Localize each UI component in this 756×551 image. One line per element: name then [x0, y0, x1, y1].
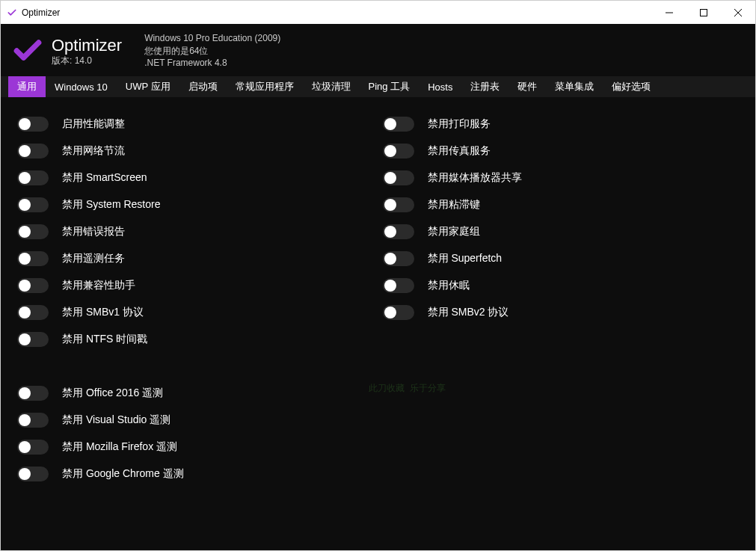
right-label-1: 禁用传真服务 — [428, 144, 491, 158]
left-row-1: 禁用网络节流 — [17, 138, 383, 164]
left-extra-toggle-3[interactable] — [17, 467, 49, 481]
left-extra-label-3: 禁用 Google Chrome 遥测 — [62, 467, 184, 481]
net-line: .NET Framework 4.8 — [144, 57, 280, 70]
right-row-0: 禁用打印服务 — [383, 111, 749, 138]
right-toggle-4[interactable] — [383, 224, 414, 239]
tab-9[interactable]: 硬件 — [508, 76, 546, 97]
right-toggle-7[interactable] — [383, 305, 414, 320]
left-label-2: 禁用 SmartScreen — [62, 171, 147, 185]
left-row-2: 禁用 SmartScreen — [17, 164, 383, 191]
left-label-6: 禁用兼容性助手 — [62, 279, 135, 292]
system-info: Windows 10 Pro Education (2009) 您使用的是64位… — [144, 32, 280, 70]
right-label-4: 禁用家庭组 — [428, 225, 480, 238]
left-extra-row-2: 禁用 Mozilla Firefox 遥测 — [17, 434, 383, 461]
left-toggle-7[interactable] — [17, 305, 49, 320]
tab-1[interactable]: Windows 10 — [46, 76, 117, 97]
left-label-8: 禁用 NTFS 时间戳 — [62, 333, 147, 346]
right-label-2: 禁用媒体播放器共享 — [428, 171, 522, 185]
left-column: 启用性能调整禁用网络节流禁用 SmartScreen禁用 System Rest… — [17, 111, 383, 543]
close-button[interactable] — [721, 1, 755, 24]
titlebar: Optimizer — [1, 1, 755, 24]
maximize-button[interactable] — [686, 1, 721, 24]
left-label-1: 禁用网络节流 — [62, 144, 125, 158]
tab-8[interactable]: 注册表 — [461, 76, 508, 97]
app-title: Optimizer — [52, 35, 122, 56]
right-label-3: 禁用粘滞键 — [428, 198, 480, 212]
tab-5[interactable]: 垃圾清理 — [303, 76, 360, 97]
left-row-6: 禁用兼容性助手 — [17, 272, 383, 299]
tab-7[interactable]: Hosts — [419, 76, 461, 97]
right-label-0: 禁用打印服务 — [428, 117, 491, 131]
app-version: 版本: 14.0 — [52, 55, 122, 67]
left-row-3: 禁用 System Restore — [17, 191, 383, 218]
left-toggle-0[interactable] — [17, 117, 49, 132]
right-label-7: 禁用 SMBv2 协议 — [428, 306, 509, 319]
left-toggle-8[interactable] — [17, 332, 49, 347]
left-label-3: 禁用 System Restore — [62, 198, 160, 212]
tab-10[interactable]: 菜单集成 — [546, 76, 603, 97]
right-row-2: 禁用媒体播放器共享 — [383, 164, 749, 191]
window-title: Optimizer — [22, 7, 60, 18]
tab-bar: 通用Windows 10UWP 应用启动项常规应用程序垃圾清理Ping 工具Ho… — [1, 76, 755, 97]
os-line: Windows 10 Pro Education (2009) — [144, 32, 280, 45]
left-extra-row-0: 禁用 Office 2016 遥测 — [17, 380, 383, 407]
left-extra-row-3: 禁用 Google Chrome 遥测 — [17, 461, 383, 487]
logo-checkmark-icon — [11, 34, 44, 70]
right-row-4: 禁用家庭组 — [383, 218, 749, 245]
left-label-4: 禁用错误报告 — [62, 225, 125, 238]
right-toggle-0[interactable] — [383, 117, 414, 132]
right-row-3: 禁用粘滞键 — [383, 191, 749, 218]
left-extra-toggle-0[interactable] — [17, 386, 49, 401]
tab-2[interactable]: UWP 应用 — [117, 76, 179, 97]
app-icon — [7, 7, 17, 18]
right-row-5: 禁用 Superfetch — [383, 245, 749, 272]
content-panel: 启用性能调整禁用网络节流禁用 SmartScreen禁用 System Rest… — [1, 97, 755, 550]
left-label-0: 启用性能调整 — [62, 117, 125, 131]
header: Optimizer 版本: 14.0 Windows 10 Pro Educat… — [1, 24, 755, 76]
tab-4[interactable]: 常规应用程序 — [227, 76, 303, 97]
arch-line: 您使用的是64位 — [144, 45, 280, 58]
right-toggle-3[interactable] — [383, 197, 414, 212]
left-row-0: 启用性能调整 — [17, 111, 383, 138]
left-label-5: 禁用遥测任务 — [62, 252, 125, 265]
left-toggle-1[interactable] — [17, 144, 49, 158]
left-toggle-5[interactable] — [17, 251, 49, 266]
tab-0[interactable]: 通用 — [8, 76, 46, 97]
right-label-6: 禁用休眠 — [428, 279, 470, 292]
left-extra-toggle-2[interactable] — [17, 440, 49, 455]
left-toggle-6[interactable] — [17, 278, 49, 293]
left-toggle-2[interactable] — [17, 170, 49, 185]
tab-6[interactable]: Ping 工具 — [360, 76, 420, 97]
svg-rect-1 — [701, 9, 707, 16]
right-row-7: 禁用 SMBv2 协议 — [383, 299, 749, 326]
right-column: 禁用打印服务禁用传真服务禁用媒体播放器共享禁用粘滞键禁用家庭组禁用 Superf… — [383, 111, 749, 543]
right-row-1: 禁用传真服务 — [383, 138, 749, 164]
right-toggle-2[interactable] — [383, 170, 414, 185]
left-extra-toggle-1[interactable] — [17, 413, 49, 428]
right-toggle-1[interactable] — [383, 144, 414, 158]
left-extra-label-1: 禁用 Visual Studio 遥测 — [62, 413, 170, 427]
left-row-7: 禁用 SMBv1 协议 — [17, 299, 383, 326]
spacer — [17, 353, 383, 380]
right-row-6: 禁用休眠 — [383, 272, 749, 299]
left-row-8: 禁用 NTFS 时间戳 — [17, 326, 383, 353]
left-toggle-4[interactable] — [17, 224, 49, 239]
minimize-button[interactable] — [652, 1, 686, 24]
left-toggle-3[interactable] — [17, 197, 49, 212]
left-extra-label-0: 禁用 Office 2016 遥测 — [62, 387, 163, 400]
tab-11[interactable]: 偏好选项 — [603, 76, 660, 97]
left-label-7: 禁用 SMBv1 协议 — [62, 306, 144, 319]
left-row-4: 禁用错误报告 — [17, 218, 383, 245]
right-toggle-5[interactable] — [383, 251, 414, 266]
tab-3[interactable]: 启动项 — [179, 76, 227, 97]
left-extra-label-2: 禁用 Mozilla Firefox 遥测 — [62, 440, 177, 454]
left-row-5: 禁用遥测任务 — [17, 245, 383, 272]
left-extra-row-1: 禁用 Visual Studio 遥测 — [17, 407, 383, 434]
right-label-5: 禁用 Superfetch — [428, 252, 503, 265]
right-toggle-6[interactable] — [383, 278, 414, 293]
